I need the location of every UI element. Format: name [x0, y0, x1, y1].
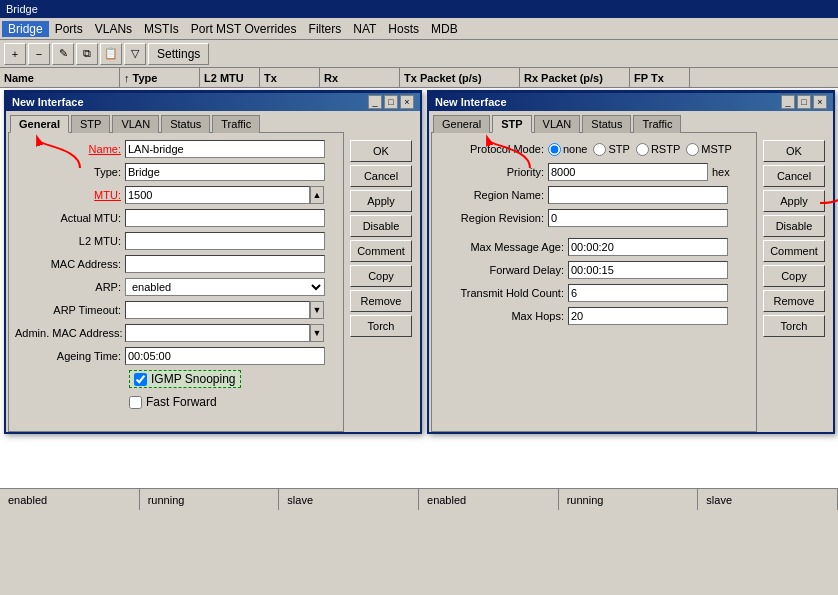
- col-tx-packet: Tx Packet (p/s): [400, 68, 520, 87]
- tab-stp-2[interactable]: STP: [492, 115, 531, 133]
- mac-address-input[interactable]: [125, 255, 325, 273]
- status-running-2: running: [559, 489, 699, 510]
- dialog2-cancel-button[interactable]: Cancel: [763, 165, 825, 187]
- menu-hosts[interactable]: Hosts: [382, 21, 425, 37]
- dialog1-maximize[interactable]: □: [384, 95, 398, 109]
- dialog2-close[interactable]: ×: [813, 95, 827, 109]
- radio-mstp[interactable]: [686, 143, 699, 156]
- priority-row: Priority: hex: [438, 162, 750, 182]
- dialog2-apply-button[interactable]: Apply: [763, 190, 825, 212]
- type-row: Type:: [15, 162, 337, 182]
- mtu-input[interactable]: [125, 186, 310, 204]
- tab-traffic-1[interactable]: Traffic: [212, 115, 260, 133]
- dialog2-copy-button[interactable]: Copy: [763, 265, 825, 287]
- arp-timeout-arrow[interactable]: ▼: [310, 301, 324, 319]
- region-name-row: Region Name:: [438, 185, 750, 205]
- admin-mac-input[interactable]: [125, 324, 310, 342]
- copy-button[interactable]: ⧉: [76, 43, 98, 65]
- region-name-input[interactable]: [548, 186, 728, 204]
- tab-vlan-2[interactable]: VLAN: [534, 115, 581, 133]
- dialog2-disable-button[interactable]: Disable: [763, 215, 825, 237]
- max-message-age-input[interactable]: [568, 238, 728, 256]
- igmp-snooping-row: IGMP Snooping: [15, 369, 337, 389]
- admin-mac-arrow[interactable]: ▼: [310, 324, 324, 342]
- tab-status-1[interactable]: Status: [161, 115, 210, 133]
- tab-stp-1[interactable]: STP: [71, 115, 110, 133]
- tab-general-1[interactable]: General: [10, 115, 69, 133]
- dialog1-content: Name: Type: MTU:: [8, 132, 344, 432]
- paste-button[interactable]: 📋: [100, 43, 122, 65]
- menu-port-mst-overrides[interactable]: Port MST Overrides: [185, 21, 303, 37]
- dialog1-cancel-button[interactable]: Cancel: [350, 165, 412, 187]
- remove-button[interactable]: −: [28, 43, 50, 65]
- dialog1-ok-button[interactable]: OK: [350, 140, 412, 162]
- toolbar: + − ✎ ⧉ 📋 ▽ Settings: [0, 40, 838, 68]
- tab-status-2[interactable]: Status: [582, 115, 631, 133]
- dialog1-disable-button[interactable]: Disable: [350, 215, 412, 237]
- forward-delay-input[interactable]: [568, 261, 728, 279]
- l2-mtu-input[interactable]: [125, 232, 325, 250]
- dialog1-close[interactable]: ×: [400, 95, 414, 109]
- menu-mstis[interactable]: MSTIs: [138, 21, 185, 37]
- filter-button[interactable]: ▽: [124, 43, 146, 65]
- menu-nat[interactable]: NAT: [347, 21, 382, 37]
- igmp-snooping-checkbox[interactable]: [134, 373, 147, 386]
- tab-vlan-1[interactable]: VLAN: [112, 115, 159, 133]
- transmit-hold-count-input[interactable]: [568, 284, 728, 302]
- col-fp-tx: FP Tx: [630, 68, 690, 87]
- dialog2-ok-button[interactable]: OK: [763, 140, 825, 162]
- transmit-hold-count-label: Transmit Hold Count:: [438, 287, 568, 299]
- arp-select[interactable]: enabled disabled proxy-arp: [125, 278, 325, 296]
- edit-button[interactable]: ✎: [52, 43, 74, 65]
- region-revision-input[interactable]: [548, 209, 728, 227]
- arp-row: ARP: enabled disabled proxy-arp: [15, 277, 337, 297]
- dialog2-comment-button[interactable]: Comment: [763, 240, 825, 262]
- actual-mtu-row: Actual MTU:: [15, 208, 337, 228]
- tab-general-2[interactable]: General: [433, 115, 490, 133]
- dialog1-minimize[interactable]: _: [368, 95, 382, 109]
- fast-forward-checkbox[interactable]: [129, 396, 142, 409]
- dialog1-apply-button[interactable]: Apply: [350, 190, 412, 212]
- dialog2-torch-button[interactable]: Torch: [763, 315, 825, 337]
- settings-button[interactable]: Settings: [148, 43, 209, 65]
- dialog2-minimize[interactable]: _: [781, 95, 795, 109]
- menu-ports[interactable]: Ports: [49, 21, 89, 37]
- radio-stp[interactable]: [593, 143, 606, 156]
- menu-filters[interactable]: Filters: [303, 21, 348, 37]
- tab-traffic-2[interactable]: Traffic: [633, 115, 681, 133]
- region-name-label: Region Name:: [438, 189, 548, 201]
- igmp-snooping-label: IGMP Snooping: [151, 372, 236, 386]
- dialog1-remove-button[interactable]: Remove: [350, 290, 412, 312]
- mtu-up-arrow[interactable]: ▲: [310, 186, 324, 204]
- dialog2-inner: Protocol Mode: none STP RSTP: [429, 132, 833, 432]
- actual-mtu-input[interactable]: [125, 209, 325, 227]
- radio-none[interactable]: [548, 143, 561, 156]
- max-hops-input[interactable]: [568, 307, 728, 325]
- dialog2-maximize[interactable]: □: [797, 95, 811, 109]
- dialog1-copy-button[interactable]: Copy: [350, 265, 412, 287]
- priority-input[interactable]: [548, 163, 708, 181]
- dialog1-inner: Name: Type: MTU:: [6, 132, 420, 432]
- protocol-mode-radios: none STP RSTP MSTP: [548, 143, 732, 156]
- dialog1-torch-button[interactable]: Torch: [350, 315, 412, 337]
- arp-timeout-row: ARP Timeout: ▼: [15, 300, 337, 320]
- protocol-mode-label: Protocol Mode:: [438, 143, 548, 155]
- menu-bridge[interactable]: Bridge: [2, 21, 49, 37]
- type-input[interactable]: [125, 163, 325, 181]
- status-bar: enabled running slave enabled running sl…: [0, 488, 838, 510]
- ageing-time-input[interactable]: [125, 347, 325, 365]
- dialog2-actions: OK Cancel Apply Disable Comment Copy Rem…: [759, 132, 833, 432]
- max-hops-label: Max Hops:: [438, 310, 568, 322]
- radio-rstp[interactable]: [636, 143, 649, 156]
- menu-mdb[interactable]: MDB: [425, 21, 464, 37]
- add-button[interactable]: +: [4, 43, 26, 65]
- mac-address-label: MAC Address:: [15, 258, 125, 270]
- dialog2-remove-button[interactable]: Remove: [763, 290, 825, 312]
- arp-timeout-input[interactable]: [125, 301, 310, 319]
- max-message-age-label: Max Message Age:: [438, 241, 568, 253]
- dialog1-comment-button[interactable]: Comment: [350, 240, 412, 262]
- priority-label: Priority:: [438, 166, 548, 178]
- radio-stp-label: STP: [593, 143, 629, 156]
- name-input[interactable]: [125, 140, 325, 158]
- menu-vlans[interactable]: VLANs: [89, 21, 138, 37]
